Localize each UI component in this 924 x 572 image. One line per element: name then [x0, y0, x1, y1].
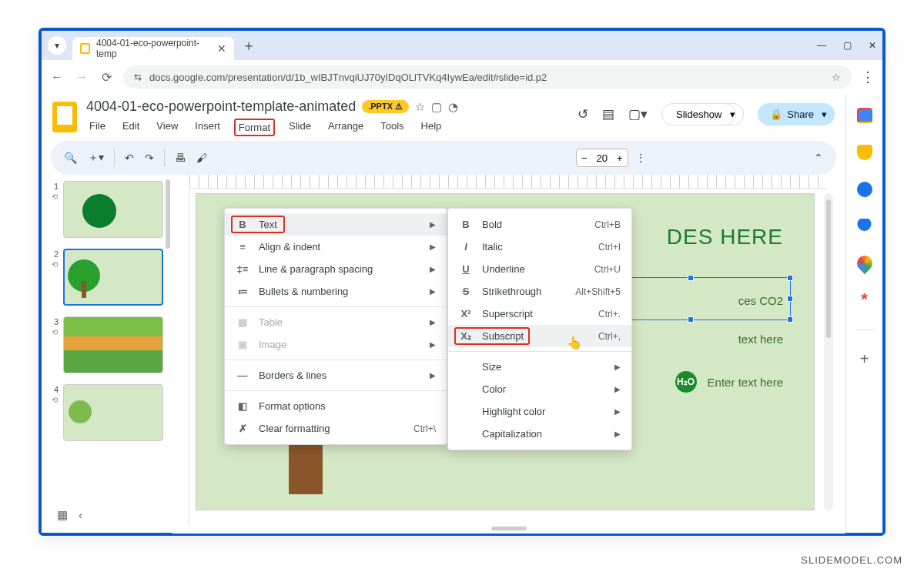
- calendar-icon[interactable]: [857, 108, 872, 123]
- contacts-icon[interactable]: [857, 219, 872, 234]
- slide-thumbnail-3[interactable]: [63, 316, 163, 373]
- collapse-toolbar-icon[interactable]: ⌃: [810, 148, 827, 168]
- reload-button[interactable]: ⟳: [99, 70, 114, 85]
- font-size-control[interactable]: − 20 +: [576, 149, 628, 167]
- search-menu-icon[interactable]: 🔍: [60, 148, 81, 168]
- slide-thumbnail-2[interactable]: [63, 249, 163, 306]
- clear-icon: ✗: [236, 423, 249, 434]
- share-dropdown[interactable]: ▾: [814, 103, 835, 125]
- paint-format-button[interactable]: 🖌: [192, 148, 211, 168]
- slide-thumbnail-panel[interactable]: 1⟲ 2⟲ 3⟲ 4⟲: [42, 175, 172, 534]
- print-button[interactable]: 🖶: [171, 148, 189, 168]
- bullet-text: Enter text here: [708, 376, 783, 389]
- menu-item-borders[interactable]: —Borders & lines▶: [225, 364, 447, 386]
- superscript-icon: X²: [459, 308, 473, 319]
- speaker-notes-handle[interactable]: [491, 527, 527, 530]
- redo-button[interactable]: ↷: [141, 148, 158, 168]
- slide-thumbnail-4[interactable]: [63, 384, 163, 441]
- site-info-icon[interactable]: ⇆: [134, 72, 142, 82]
- canvas-scrollbar[interactable]: [824, 193, 833, 510]
- menu-item-superscript[interactable]: X²SuperscriptCtrl+.: [448, 303, 631, 325]
- menu-item-spacing[interactable]: ‡≡Line & paragraph spacing▶: [225, 258, 447, 280]
- browser-tab[interactable]: 4004-01-eco-powerpoint-temp ✕: [72, 37, 234, 60]
- prev-slide-icon[interactable]: ‹: [79, 508, 82, 522]
- font-size-value[interactable]: 20: [592, 152, 612, 164]
- menu-item-underline[interactable]: UUnderlineCtrl+U: [448, 258, 631, 280]
- menu-item-capitalization[interactable]: Capitalization▶: [448, 423, 631, 445]
- app-header: 4004-01-eco-powerpoint-template-animated…: [42, 94, 845, 136]
- menu-help[interactable]: Help: [418, 119, 445, 136]
- tasks-icon[interactable]: [857, 182, 872, 197]
- minimize-button[interactable]: —: [817, 40, 826, 51]
- menu-item-clear-formatting[interactable]: ✗Clear formattingCtrl+\: [225, 417, 447, 440]
- menu-item-subscript[interactable]: X₂SubscriptCtrl+,: [448, 325, 631, 347]
- bullet-row-3[interactable]: H₂OEnter text here: [675, 371, 783, 393]
- bullet-row-2[interactable]: text here: [738, 333, 783, 346]
- font-size-decrease[interactable]: −: [577, 152, 592, 164]
- menu-item-bold[interactable]: BBoldCtrl+B: [448, 213, 631, 236]
- maps-icon[interactable]: [853, 253, 875, 274]
- bold-icon: B: [236, 219, 249, 230]
- bullet-row-1[interactable]: ces CO2: [738, 294, 783, 307]
- menu-arrange[interactable]: Arrange: [325, 119, 367, 136]
- menu-item-align[interactable]: ≡Align & indent▶: [225, 236, 447, 258]
- close-window-button[interactable]: ✕: [869, 40, 876, 51]
- slideshow-dropdown[interactable]: ▾: [722, 103, 744, 125]
- tab-close-icon[interactable]: ✕: [217, 42, 226, 55]
- menu-file[interactable]: File: [86, 119, 109, 136]
- align-icon: ≡: [236, 241, 249, 253]
- meet-icon[interactable]: ▢▾: [628, 106, 648, 122]
- undo-button[interactable]: ↶: [121, 148, 138, 168]
- comments-icon[interactable]: ▤: [602, 106, 614, 122]
- menu-slide[interactable]: Slide: [286, 119, 314, 136]
- slide-title-text[interactable]: DES HERE: [667, 225, 783, 249]
- back-button[interactable]: ←: [49, 70, 65, 84]
- slides-logo-icon[interactable]: [52, 102, 77, 132]
- vertical-ruler[interactable]: [172, 189, 189, 526]
- tab-search-button[interactable]: ▾: [48, 36, 66, 55]
- star-doc-icon[interactable]: ☆: [415, 100, 425, 114]
- doc-status-icon[interactable]: ◔: [448, 100, 458, 114]
- document-title[interactable]: 4004-01-eco-powerpoint-template-animated: [86, 99, 356, 115]
- address-bar[interactable]: ⇆ docs.google.com/presentation/d/1b_wIBJ…: [123, 65, 852, 89]
- menubar: File Edit View Insert Format Slide Arran…: [86, 119, 458, 136]
- more-tools-icon[interactable]: ⋮: [631, 148, 650, 168]
- menu-item-italic[interactable]: IItalicCtrl+I: [448, 236, 631, 258]
- link-icon: ⟲: [52, 192, 58, 201]
- h2o-icon: H₂O: [675, 371, 697, 393]
- menu-item-bullets[interactable]: ≔Bullets & numbering▶: [225, 280, 447, 303]
- menu-edit[interactable]: Edit: [119, 119, 142, 136]
- forward-button[interactable]: →: [74, 70, 89, 84]
- underline-icon: U: [459, 263, 473, 275]
- menu-format[interactable]: Format: [234, 119, 275, 136]
- menu-insert[interactable]: Insert: [192, 119, 223, 136]
- menu-view[interactable]: View: [153, 119, 181, 136]
- slide-thumbnail-1[interactable]: [63, 181, 163, 238]
- menu-item-strikethrough[interactable]: SStrikethroughAlt+Shift+5: [448, 280, 631, 303]
- horizontal-ruler[interactable]: [189, 175, 827, 189]
- move-doc-icon[interactable]: ▢: [431, 100, 442, 114]
- grid-view-icon[interactable]: ▦: [57, 508, 68, 522]
- spacing-icon: ‡≡: [236, 263, 249, 275]
- keep-icon[interactable]: [857, 145, 872, 160]
- maximize-button[interactable]: ▢: [843, 40, 852, 51]
- pptx-badge[interactable]: .PPTX ⚠: [362, 100, 409, 113]
- browser-menu-button[interactable]: ⋮: [861, 69, 875, 85]
- menu-item-highlight-color[interactable]: Highlight color▶: [448, 400, 631, 423]
- bookmark-star-icon[interactable]: ☆: [832, 72, 841, 83]
- addon-icon[interactable]: *: [857, 293, 872, 308]
- tab-title: 4004-01-eco-powerpoint-temp: [96, 38, 211, 59]
- menu-item-format-options[interactable]: ◧Format options: [225, 395, 447, 417]
- watermark-text: SLIDEMODEL.COM: [801, 554, 902, 566]
- thumb-scrollbar[interactable]: [166, 179, 170, 249]
- menu-item-size[interactable]: Size▶: [448, 356, 631, 378]
- new-tab-button[interactable]: ＋: [242, 36, 256, 55]
- format-toolbar: 🔍 ＋▾ ↶ ↷ 🖶 🖌 − 20 + ⋮ ⌃: [51, 141, 836, 175]
- history-icon[interactable]: ↺: [578, 106, 588, 122]
- add-addon-icon[interactable]: +: [857, 352, 872, 367]
- menu-item-text[interactable]: B Text ▶: [225, 213, 447, 236]
- font-size-increase[interactable]: +: [612, 152, 628, 164]
- menu-item-color[interactable]: Color▶: [448, 378, 631, 400]
- menu-tools[interactable]: Tools: [377, 119, 407, 136]
- new-slide-button[interactable]: ＋▾: [84, 147, 108, 169]
